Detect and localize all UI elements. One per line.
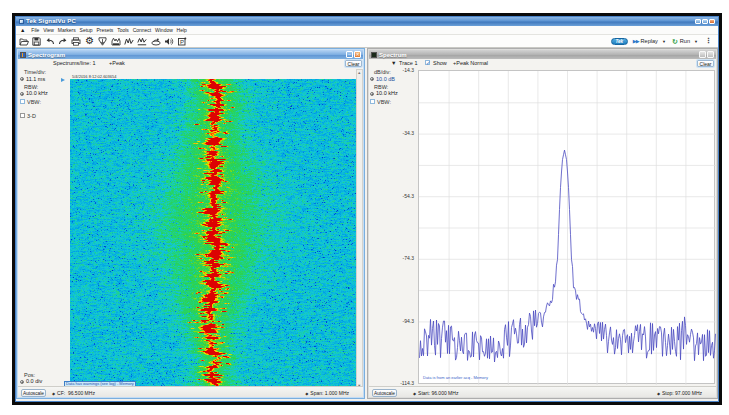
settings-gear-icon[interactable]: ⚙ [84,36,95,47]
save-icon[interactable] [31,36,42,47]
spectrums-per-line-text: Spectrums/line: [53,60,91,66]
trace-dropdown-arrow[interactable]: ▼ [391,60,396,66]
displays-icon[interactable] [111,36,122,47]
screenshot-black-frame: Tek SignalVu PC ▲ File View Markers Setu… [12,13,722,405]
stop-readout[interactable]: ◆Stop: 97.000 MHz [657,390,702,396]
trace-overlay-icon[interactable] [137,36,148,47]
spectrogram-footer: Autoscale ◆CF: 96.500 MHz ◆Span: 1.000 M… [18,386,363,397]
span-value[interactable]: 1.000 MHz [325,390,349,396]
spectrogram-window-icon [20,52,26,58]
run-icon: ↻ [672,38,678,45]
spectrum-autoscale-button[interactable]: Autoscale [372,389,397,397]
spectrogram-line-marker-icon[interactable] [61,78,65,82]
child-system-menu-icon[interactable]: ▲ [20,26,25,34]
start-value[interactable]: 96.000 MHz [431,390,458,396]
span-readout[interactable]: ◆Span: 1.000 MHz [305,390,349,396]
spectrogram-trace-type[interactable]: +Peak [109,60,125,66]
print-icon[interactable] [71,36,82,47]
spectrogram-window-title: Spectrogram [28,52,65,58]
time-div-value[interactable]: 11.1 ms [26,76,45,82]
trace-selector[interactable]: Trace 1 [399,60,417,66]
spectrum-footer: Autoscale ◆Start: 96.000 MHz ◆Stop: 97.0… [369,386,716,397]
spectrum-minimize-button[interactable] [699,51,706,58]
menu-tools[interactable]: Tools [115,26,130,35]
replay-icon: ▶▶ [633,39,639,44]
spectrum-close-button[interactable] [707,51,714,58]
spec-rbw-label: RBW: [374,84,388,90]
scroll-up-icon[interactable]: ▲ [357,70,362,75]
amplitude-icon[interactable] [97,36,108,47]
tek-logo-badge: Tek [611,38,628,45]
menu-view[interactable]: View [41,26,56,35]
sgram-rbw-label: RBW: [24,84,38,90]
undo-icon[interactable] [45,36,56,47]
menu-setup[interactable]: Setup [78,26,95,35]
menu-connect[interactable]: Connect [131,26,153,35]
run-dropdown-arrow[interactable]: ▼ [694,39,698,44]
cf-value[interactable]: 96.500 MHz [68,390,95,396]
pos-label: Pos: [24,372,35,378]
spectrum-plot[interactable] [418,70,715,384]
pos-radio[interactable] [20,380,24,384]
diamond-icon: ◆ [305,391,308,396]
spectrum-window: Spectrum ▼ Trace 1 Show +Peak Normal Cle… [367,48,718,399]
spectrum-window-buttons [699,51,714,58]
marker-flag-icon[interactable]: P [176,36,187,47]
spectrums-per-line-value[interactable]: 1 [92,60,95,66]
trace-icon[interactable] [124,36,135,47]
sgram-rbw-radio[interactable] [20,92,24,96]
cf-readout[interactable]: ◆CF: 96.500 MHz [52,390,95,396]
maximize-button[interactable] [702,19,708,25]
start-readout[interactable]: ◆Start: 96.000 MHz [413,390,458,396]
replay-button[interactable]: Replay [641,38,658,44]
stop-label: Stop: [662,390,674,396]
menu-markers[interactable]: Markers [56,26,78,35]
spec-rbw-radio[interactable] [370,92,374,96]
sgram-rbw-value[interactable]: 10.0 kHz [26,90,48,96]
sgram-vbw-checkbox[interactable] [20,99,25,104]
threed-checkbox[interactable] [20,113,25,118]
close-button[interactable] [709,19,715,25]
menu-file[interactable]: File [29,26,41,35]
app-icon [19,19,24,24]
spectrogram-window: Spectrogram – ✕ Spectrums/line: 1 +Peak … [16,48,365,399]
open-icon[interactable] [18,36,29,47]
time-div-radio[interactable] [20,77,24,81]
audio-icon[interactable] [163,36,174,47]
minimize-button[interactable] [695,19,701,25]
redo-icon[interactable] [58,36,69,47]
menu-help[interactable]: Help [175,26,189,35]
spectrogram-clear-button[interactable]: Clear [345,60,362,68]
trace-mode-label[interactable]: +Peak Normal [453,60,488,66]
stop-value[interactable]: 97.000 MHz [675,390,702,396]
spectrogram-autoscale-button[interactable]: Autoscale [21,389,46,397]
spec-vbw-checkbox[interactable] [370,99,375,104]
spectrogram-heatmap[interactable] [70,79,356,388]
overflow-menu-icon[interactable]: ⋮ [705,38,712,44]
spectrogram-minimize-button[interactable]: – [346,51,353,58]
spectrum-trace-svg [419,71,716,385]
3d-waterfall-icon[interactable] [150,36,161,47]
menu-presets[interactable]: Presets [95,26,116,35]
pos-value[interactable]: 0.0 div [26,378,42,384]
spectrogram-title-bar: Spectrogram – ✕ [18,50,363,59]
db-div-value[interactable]: 10.0 dB [376,76,395,82]
spec-rbw-value[interactable]: 10.0 kHz [376,90,398,96]
spectrogram-window-buttons: – ✕ [346,51,361,58]
menu-window[interactable]: Window [153,26,175,35]
diamond-icon: ◆ [413,391,416,396]
spectrum-window-icon [371,52,377,58]
spectrum-status-message: Data is from an earlier acq - Memory [423,375,488,380]
time-div-label: Time/div: [24,69,46,75]
cf-label: CF: [57,390,65,396]
spectrogram-close-button[interactable]: ✕ [354,51,361,58]
spec-vbw-label: VBW: [377,99,391,105]
replay-dropdown-arrow[interactable]: ▼ [662,39,666,44]
show-checkbox[interactable] [425,60,430,65]
spectrogram-scrollbar[interactable]: ▲ ▼ [356,69,363,389]
spectrum-clear-button[interactable]: Clear [697,60,714,68]
y-tick-label: -34.3 [396,130,414,136]
diamond-icon: ◆ [657,391,660,396]
run-button[interactable]: Run [680,38,690,44]
db-div-radio[interactable] [370,77,374,81]
